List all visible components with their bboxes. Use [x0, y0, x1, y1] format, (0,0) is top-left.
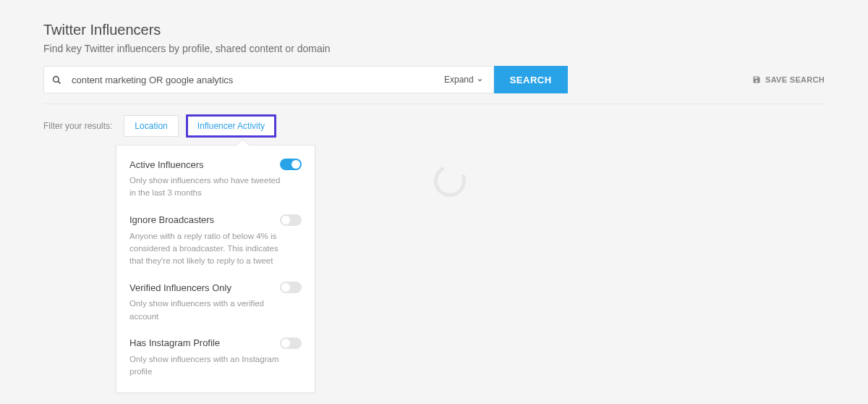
option-desc: Only show influencers with an Instagram … [129, 353, 281, 379]
toggle-ignore-broadcasters[interactable] [280, 214, 302, 226]
save-search-label: SAVE SEARCH [765, 75, 825, 84]
toggle-active-influencers[interactable] [280, 159, 302, 170]
option-desc: Anyone with a reply ratio of below 4% is… [129, 230, 281, 268]
expand-label: Expand [444, 75, 474, 85]
tab-influencer-activity[interactable]: Influencer Activity [186, 114, 276, 138]
search-icon [44, 75, 69, 85]
search-button[interactable]: SEARCH [494, 66, 568, 93]
tab-location[interactable]: Location [124, 115, 178, 137]
loading-spinner [430, 161, 470, 201]
save-icon [752, 75, 761, 84]
divider [43, 104, 825, 104]
option-title: Ignore Broadcasters [129, 214, 214, 225]
search-input[interactable] [69, 75, 434, 85]
option-title: Verified Influencers Only [129, 282, 231, 293]
option-has-instagram: Has Instagram Profile Only show influenc… [129, 337, 302, 379]
influencer-activity-panel: Active Influencers Only show influencers… [116, 145, 315, 393]
toggle-has-instagram[interactable] [280, 337, 302, 349]
option-ignore-broadcasters: Ignore Broadcasters Anyone with a reply … [129, 214, 302, 268]
filter-row: Filter your results: Location Influencer… [43, 114, 825, 138]
page-title: Twitter Influencers [43, 22, 825, 38]
search-box [43, 66, 434, 93]
chevron-down-icon [477, 77, 483, 83]
option-active-influencers: Active Influencers Only show influencers… [129, 159, 302, 200]
option-title: Has Instagram Profile [129, 337, 220, 348]
svg-line-1 [58, 81, 60, 83]
filter-label: Filter your results: [43, 121, 112, 131]
option-verified-only: Verified Influencers Only Only show infl… [129, 282, 302, 323]
toggle-verified-only[interactable] [280, 282, 302, 293]
save-search-button[interactable]: SAVE SEARCH [752, 66, 825, 93]
option-desc: Only show influencers who have tweeted i… [129, 174, 281, 200]
option-desc: Only show influencers with a verified ac… [129, 298, 281, 323]
option-title: Active Influencers [129, 159, 204, 170]
svg-point-0 [53, 76, 59, 82]
search-row: Expand SEARCH SAVE SEARCH [43, 66, 825, 93]
page-subtitle: Find key Twitter influencers by profile,… [43, 43, 825, 54]
expand-button[interactable]: Expand [434, 66, 494, 93]
